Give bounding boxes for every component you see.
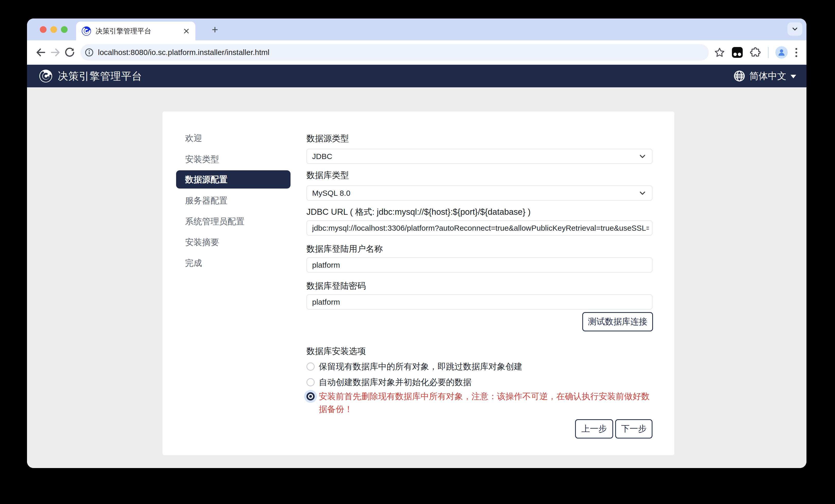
sidebar-item-welcome[interactable]: 欢迎	[176, 129, 290, 147]
tab-search-chevron-button[interactable]	[788, 22, 802, 36]
database-type-select[interactable]: MySQL 8.0	[306, 186, 652, 201]
radio-button[interactable]	[306, 362, 315, 371]
sidebar-item-install-summary[interactable]: 安装摘要	[176, 233, 290, 251]
datasource-type-label: 数据源类型	[306, 133, 349, 144]
radio-button[interactable]	[306, 392, 315, 400]
sidebar-item-admin-config[interactable]: 系统管理员配置	[176, 212, 290, 230]
radio-button[interactable]	[306, 378, 315, 386]
sidebar-item-install-type[interactable]: 安装类型	[176, 150, 290, 168]
address-bar[interactable]: localhost:8080/io.sc.platform.installer/…	[80, 44, 709, 61]
extensions-puzzle-icon[interactable]	[749, 46, 761, 58]
browser-window: 决策引擎管理平台 + localhost:8	[27, 19, 807, 468]
back-button[interactable]	[34, 45, 48, 60]
app-header: 决策引擎管理平台 简体中文	[27, 65, 807, 87]
tab-title: 决策引擎管理平台	[96, 26, 183, 36]
language-label: 简体中文	[749, 70, 787, 82]
installer-card: 欢迎 安装类型 数据源配置 服务器配置 系统管理员配置 安装摘要 完成 数据源类…	[162, 111, 674, 455]
chevron-down-icon	[791, 25, 799, 33]
install-options-label: 数据库安装选项	[306, 345, 366, 357]
install-option-auto-create[interactable]: 自动创建数据库对象并初始化必要的数据	[306, 376, 471, 388]
tab-strip: 决策引擎管理平台 +	[27, 19, 807, 40]
jdbc-url-input[interactable]	[306, 220, 652, 235]
browser-toolbar: localhost:8080/io.sc.platform.installer/…	[27, 40, 807, 65]
db-username-input[interactable]	[306, 257, 652, 273]
caret-down-icon	[791, 75, 796, 78]
reload-button[interactable]	[62, 45, 77, 60]
jdbc-url-label: JDBC URL ( 格式: jdbc:mysql://${host}:${po…	[306, 206, 531, 218]
chevron-down-icon	[638, 189, 647, 197]
database-type-value: MySQL 8.0	[312, 189, 634, 197]
browser-tab[interactable]: 决策引擎管理平台	[76, 22, 196, 40]
minimize-window-button[interactable]	[50, 26, 57, 33]
sidebar-item-server-config[interactable]: 服务器配置	[176, 191, 290, 210]
test-connection-button[interactable]: 测试数据库连接	[582, 312, 653, 331]
previous-step-button[interactable]: 上一步	[575, 419, 613, 439]
db-password-label: 数据库登陆密码	[306, 280, 366, 292]
install-option-keep-objects[interactable]: 保留现有数据库中的所有对象，即跳过数据库对象创建	[306, 360, 523, 373]
datasource-form: 数据源类型 JDBC 数据库类型 MySQL 8.0 JDBC URL ( 格式…	[306, 111, 652, 455]
browser-menu-icon[interactable]	[794, 47, 798, 58]
forward-button[interactable]	[48, 45, 62, 60]
chevron-down-icon	[638, 152, 647, 161]
close-tab-icon[interactable]	[183, 28, 190, 35]
close-window-button[interactable]	[40, 26, 46, 33]
language-switcher[interactable]: 简体中文	[733, 70, 796, 82]
new-tab-button[interactable]: +	[208, 23, 222, 37]
next-step-button[interactable]: 下一步	[615, 419, 652, 439]
site-info-icon[interactable]	[85, 48, 94, 57]
bookmark-star-icon[interactable]	[714, 47, 725, 58]
profile-avatar[interactable]	[775, 46, 788, 59]
app-title: 决策引擎管理平台	[58, 69, 142, 83]
datasource-type-select[interactable]: JDBC	[306, 149, 652, 164]
url-text[interactable]: localhost:8080/io.sc.platform.installer/…	[98, 48, 269, 57]
datasource-type-value: JDBC	[312, 152, 634, 161]
fullscreen-window-button[interactable]	[61, 26, 68, 33]
toolbar-separator	[768, 47, 769, 58]
install-option-drop-all[interactable]: 安装前首先删除现有数据库中所有对象，注意：该操作不可逆，在确认执行安装前做好数据…	[306, 390, 650, 416]
app-logo-swirl-icon	[39, 70, 52, 82]
sidebar-item-datasource-config[interactable]: 数据源配置	[176, 170, 290, 189]
database-type-label: 数据库类型	[306, 170, 349, 181]
dark-extension-icon[interactable]	[732, 47, 743, 58]
db-password-input[interactable]	[306, 294, 652, 310]
favicon-swirl-icon	[82, 26, 91, 36]
globe-icon	[733, 70, 745, 82]
db-username-label: 数据库登陆用户名称	[306, 243, 383, 255]
sidebar-item-finish[interactable]: 完成	[176, 254, 290, 272]
installer-page: 欢迎 安装类型 数据源配置 服务器配置 系统管理员配置 安装摘要 完成 数据源类…	[27, 87, 807, 468]
person-icon	[777, 48, 786, 57]
